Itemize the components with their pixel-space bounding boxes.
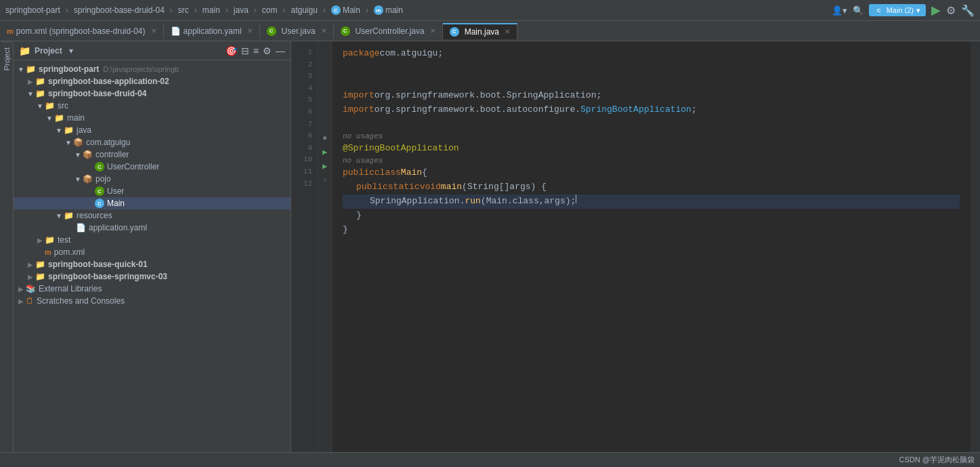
tree-item-yaml-file[interactable]: ▶ 📄 application.yaml [14,222,291,234]
resources-icon: 📁 [64,211,74,220]
tree-item-java-dir[interactable]: ▼ 📁 java [14,124,291,136]
no-usages-dot-7[interactable]: ● [322,134,327,143]
tab-usercontroller[interactable]: C UserController.java ✕ [334,24,443,39]
code-editor[interactable]: 1 2 3 4 5 6 7 8 9 10 11 12 [291,41,971,452]
tab-main[interactable]: C Main.java ✕ [443,23,517,39]
tree-item-pkg-atguigu[interactable]: ▼ 📦 com.atguigu [14,136,291,148]
project-vertical-tab[interactable]: Project [1,41,12,76]
project-dropdown-icon[interactable]: ▾ [69,46,73,56]
breadcrumb-java[interactable]: java [234,5,249,15]
gutter-9: ▶ [318,159,331,174]
code-line-7: @SpringBootApplication [343,142,960,156]
tree-item-src[interactable]: ▼ 📁 src [14,100,291,112]
usercontroller-file-icon: C [95,162,104,171]
tab-pom-label: pom.xml (springboot-base-druid-04) [16,26,146,36]
tree-item-app02[interactable]: ▶ 📁 springboot-base-application-02 [14,75,291,87]
method-name: main [441,180,462,195]
import-2a: org.springframework.boot.autoconfigure. [375,103,580,117]
locate-icon[interactable]: 🎯 [226,45,237,56]
tree-item-scratches[interactable]: ▶ 🗒 Scratches and Consoles [14,295,291,307]
tree-item-usercontroller-file[interactable]: ▶ C UserController [14,161,291,173]
code-line-5: import org.springframework.boot.autoconf… [343,103,960,117]
gutter-5 [318,103,331,117]
tree-label-druid04: springboot-base-druid-04 [48,89,146,98]
kw-void-9: void [420,180,441,195]
breadcrumb-main[interactable]: main [203,5,220,15]
tree-arrow-src: ▼ [35,102,45,110]
code-line-3 [343,75,960,89]
tree-item-main-file[interactable]: ▶ C Main [14,197,291,209]
line-num-9: 9 [294,142,312,155]
settings-icon[interactable]: ⚙ [263,45,272,56]
breadcrumb-main-method[interactable]: main [385,5,403,15]
breadcrumb-com[interactable]: com [262,5,278,15]
tree-item-main-dir[interactable]: ▼ 📁 main [14,112,291,124]
collapse-icon[interactable]: ⊟ [241,45,249,56]
tree-item-controller[interactable]: ▼ 📦 controller [14,148,291,161]
tree-label-pojo: pojo [95,174,111,184]
tree-label-usercontroller: UserController [107,162,159,171]
tree-label-resources: resources [77,211,112,220]
tree-label-main-dir: main [67,113,85,123]
tab-user-close[interactable]: ✕ [321,27,326,35]
breadcrumb-src[interactable]: src [178,5,189,15]
tree-item-pom-file[interactable]: ▶ m pom.xml [14,246,291,258]
run-config-selector[interactable]: C Main (2) ▾ [869,4,926,16]
java-dir-icon: 📁 [64,125,74,135]
paren-open: ( [462,180,467,195]
tree-item-test[interactable]: ▶ 📁 test [14,234,291,246]
tab-usercontroller-close[interactable]: ✕ [430,27,435,35]
tree-arrow-atguigu: ▼ [64,139,73,146]
tab-yaml[interactable]: 📄 application.yaml ✕ [164,24,260,39]
project-panel-label[interactable]: Project [35,46,62,56]
kw-static-9: static [388,180,420,195]
atguigu-pkg-icon: 📦 [73,138,83,147]
breadcrumb-atguigu[interactable]: atguigu [291,5,318,15]
tree-item-resources[interactable]: ▼ 📁 resources [14,209,291,222]
import-2c: ; [691,103,697,117]
code-line-11: } [343,209,960,223]
code-line-12: } [343,223,960,237]
line-num-7: 7 [294,119,312,131]
tree-arrow-controller: ▼ [73,151,83,159]
tab-yaml-close[interactable]: ✕ [247,27,253,35]
search-icon[interactable]: 🔍 [853,5,864,16]
breadcrumb-druid[interactable]: springboot-base-druid-04 [74,5,165,15]
tab-yaml-label: application.yaml [184,26,242,36]
run-arrow-9[interactable]: ▶ [322,161,327,171]
code-content[interactable]: package com.atguigu; import org.springfr… [332,41,971,452]
tree-item-pojo[interactable]: ▼ 📦 pojo [14,173,291,185]
sort-icon[interactable]: ≡ [253,45,259,56]
breadcrumb-Main[interactable]: Main [343,5,360,15]
gutter-12 [318,202,331,216]
close-panel-icon[interactable]: — [276,45,285,56]
top-bar: springboot-part › springboot-base-druid-… [0,0,980,21]
tab-pom[interactable]: m pom.xml (springboot-base-druid-04) ✕ [0,24,164,39]
tree-item-quick01[interactable]: ▶ 📁 springboot-base-quick-01 [14,258,291,270]
code-line-2 [343,61,960,75]
project-panel: 📁 Project ▾ 🎯 ⊟ ≡ ⚙ — ▼ 📁 springboot-par… [14,41,291,452]
tree-item-user-file[interactable]: ▶ C User [14,185,291,197]
tree-item-external[interactable]: ▶ 📚 External Libraries [14,283,291,295]
main-tab-icon: C [450,27,459,37]
pojo-pkg-icon: 📦 [83,174,93,184]
run-arrow-8[interactable]: ▶ [322,147,327,157]
main-class-icon: C [331,5,341,15]
tab-pom-close[interactable]: ✕ [151,27,156,35]
type-string: String [467,180,499,195]
tree-item-druid04[interactable]: ▼ 📁 springboot-base-druid-04 [14,87,291,100]
code-line-6 [343,117,960,131]
method-icon: m [374,5,383,15]
debug-button[interactable]: ⚙ [946,4,956,17]
tab-user[interactable]: C User.java ✕ [260,24,334,39]
tree-label-pom-file: pom.xml [54,247,85,257]
breadcrumb-springboot-part[interactable]: springboot-part [5,5,60,15]
vcs-icon[interactable]: 👤▾ [832,5,847,16]
tab-main-close[interactable]: ✕ [505,28,510,35]
build-button[interactable]: 🔧 [961,4,975,17]
tree-item-root[interactable]: ▼ 📁 springboot-part D:\javaprojects\spri… [14,63,291,75]
gutter-11 [318,188,331,202]
tree-item-springmvc03[interactable]: ▶ 📁 springboot-base-springmvc-03 [14,270,291,283]
gutter-8: ▶ [318,146,331,160]
run-button[interactable]: ▶ [931,3,941,18]
